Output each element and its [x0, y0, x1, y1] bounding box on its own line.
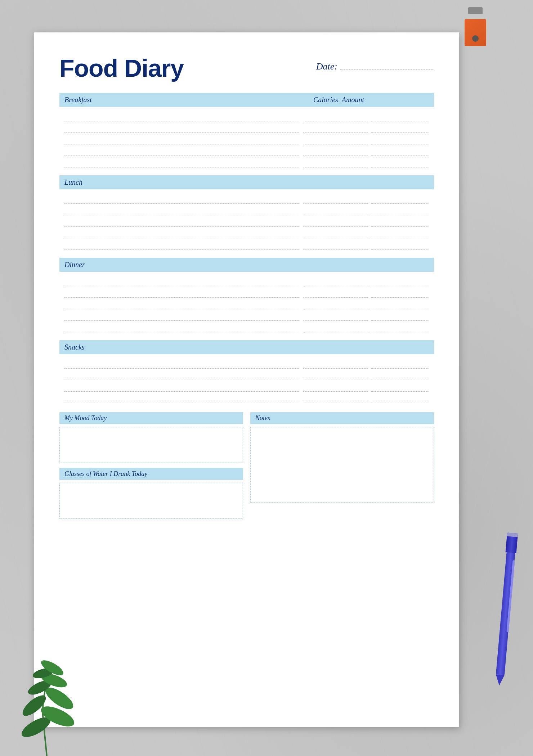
sharpener-decoration — [465, 7, 486, 40]
lunch-rows — [59, 192, 434, 250]
dinner-label: Dinner — [64, 261, 85, 269]
table-row[interactable] — [64, 121, 429, 133]
date-line[interactable] — [340, 64, 434, 69]
table-row[interactable] — [64, 321, 429, 332]
table-row[interactable] — [64, 215, 429, 227]
table-row[interactable] — [64, 133, 429, 144]
mood-input-area[interactable] — [59, 427, 243, 463]
snacks-header: Snacks — [59, 340, 434, 354]
calories-header-breakfast: Calories — [313, 96, 342, 104]
table-row[interactable] — [64, 275, 429, 286]
notes-label: Notes — [250, 412, 434, 424]
paper-document: Food Diary Date: Breakfast Amount Calori… — [34, 32, 459, 727]
mood-label: My Mood Today — [59, 412, 243, 424]
table-row[interactable] — [64, 286, 429, 298]
water-section: Glasses of Water I Drank Today — [59, 468, 243, 519]
plant-decoration — [11, 648, 83, 756]
table-row[interactable] — [64, 309, 429, 321]
table-row[interactable] — [64, 392, 429, 403]
date-label: Date: — [316, 61, 337, 72]
breakfast-label: Breakfast — [64, 96, 92, 104]
breakfast-section: Breakfast Amount Calories — [59, 93, 434, 167]
pen-decoration — [494, 532, 518, 684]
lunch-header: Lunch — [59, 175, 434, 189]
table-row[interactable] — [64, 192, 429, 204]
amount-header-breakfast: Amount — [342, 96, 429, 104]
table-row[interactable] — [64, 238, 429, 250]
dinner-rows — [59, 275, 434, 332]
breakfast-rows — [59, 110, 434, 167]
date-area: Date: — [316, 54, 434, 72]
lunch-section: Lunch — [59, 175, 434, 250]
header-area: Food Diary Date: — [59, 54, 434, 82]
snacks-label: Snacks — [64, 343, 85, 351]
page-title: Food Diary — [59, 54, 184, 82]
table-row[interactable] — [64, 144, 429, 156]
bottom-left-area: My Mood Today Glasses of Water I Drank T… — [59, 412, 243, 519]
table-row[interactable] — [64, 110, 429, 121]
table-row[interactable] — [64, 369, 429, 380]
table-row[interactable] — [64, 357, 429, 369]
snacks-section: Snacks — [59, 340, 434, 403]
notes-section: Notes — [250, 412, 434, 519]
table-row[interactable] — [64, 380, 429, 392]
table-row[interactable] — [64, 227, 429, 238]
breakfast-header: Breakfast Amount Calories — [59, 93, 434, 107]
table-row[interactable] — [64, 204, 429, 215]
dinner-header: Dinner — [59, 258, 434, 272]
notes-input-area[interactable] — [250, 427, 434, 503]
table-row[interactable] — [64, 298, 429, 309]
dinner-section: Dinner — [59, 258, 434, 332]
lunch-label: Lunch — [64, 178, 82, 186]
water-label: Glasses of Water I Drank Today — [59, 468, 243, 480]
bottom-grid: My Mood Today Glasses of Water I Drank T… — [59, 412, 434, 519]
table-row[interactable] — [64, 156, 429, 167]
water-input-area[interactable] — [59, 483, 243, 519]
snacks-rows — [59, 357, 434, 403]
mood-section: My Mood Today — [59, 412, 243, 463]
